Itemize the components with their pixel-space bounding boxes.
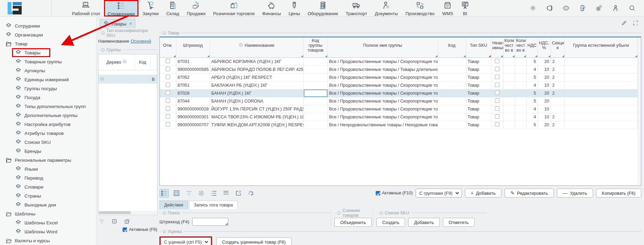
sidebar-item[interactable]: Группы посуды: [0, 84, 96, 93]
numlist-icon[interactable]: 123: [209, 189, 218, 198]
sidebar-item[interactable]: Типы дополнительных групп: [0, 102, 96, 111]
module-server[interactable]: Оборудование: [304, 0, 342, 17]
filter-cell[interactable]: [551, 53, 564, 57]
sidebar-item[interactable]: Шаблоны: [0, 209, 96, 218]
filter-cell[interactable]: [491, 53, 503, 57]
column-header[interactable]: Группа естественной убыли: [564, 38, 638, 53]
module-bags[interactable]: Розничная торговля: [209, 0, 259, 17]
row-checkbox[interactable]: [166, 90, 170, 95]
plussq-icon[interactable]: [112, 219, 117, 224]
collapse-icon[interactable]: [101, 31, 105, 35]
filter-icon[interactable]: [184, 189, 194, 198]
column-header[interactable]: Штрихкод: [176, 38, 210, 53]
sidebar-item[interactable]: Выходные дни: [0, 200, 96, 209]
row-checkbox[interactable]: [166, 122, 170, 127]
table-row[interactable]: 9900000000028ЙОГУРТ 1.5% ПЕРСИК СТ (УЦЕН…: [160, 105, 638, 113]
active-f6-checkbox[interactable]: [123, 227, 127, 232]
module-list[interactable]: Справочники: [104, 0, 139, 17]
sidebar-item[interactable]: Языки: [0, 164, 96, 173]
module-piggy[interactable]: Финансы: [258, 0, 285, 17]
column-header[interactable]: НДС, %: [538, 38, 551, 53]
column-header[interactable]: Коли чест во в: [515, 38, 526, 53]
sidebar-item[interactable]: Товар: [0, 39, 96, 48]
groups-col-code[interactable]: Код: [135, 54, 150, 70]
inactive-checkbox[interactable]: [495, 67, 499, 71]
tab-product-log[interactable]: Запись лога товара: [189, 201, 238, 209]
collapse-icon[interactable]: [101, 48, 105, 52]
table-row[interactable]: 9900000000301МАССА ТВОР.23% С ИЗЮМОМ РБ …: [160, 113, 638, 121]
row-checkbox[interactable]: [166, 83, 170, 87]
sidebar-item[interactable]: Организации: [0, 30, 96, 39]
sidebar-item[interactable]: Шаблоны Word: [0, 227, 96, 236]
filter-cell[interactable]: [328, 53, 438, 57]
sidebar-item[interactable]: Товары: [0, 48, 96, 57]
row-checkbox[interactable]: [166, 114, 170, 119]
module-building[interactable]: Склад: [163, 0, 183, 17]
column-header[interactable]: Тип SKU: [466, 38, 491, 53]
sku-mark-button[interactable]: Отметить: [443, 218, 475, 227]
filter-cell[interactable]: [503, 53, 515, 57]
row-checkbox[interactable]: [166, 75, 170, 79]
sku-add-button[interactable]: Добавить: [408, 218, 439, 227]
app-logo[interactable]: [8, 1, 25, 15]
sidebar-item[interactable]: Региональные параметры: [0, 156, 96, 164]
tab-actions[interactable]: Действия: [159, 201, 188, 209]
module-pricetag[interactable]: $Цены: [285, 0, 304, 17]
active-f10-checkbox[interactable]: [376, 191, 380, 195]
sidebar-item[interactable]: Перевод: [0, 173, 96, 182]
groups-mode-select[interactable]: С группами (F9): [416, 189, 461, 198]
sidebar-item[interactable]: Атрибуты товаров: [0, 129, 96, 138]
collapse-icon[interactable]: [163, 230, 166, 233]
groups-col-tree[interactable]: Дерево: [98, 54, 135, 70]
table-row[interactable]: 9900000000585АБРИКОСЫ ЛОРАДО ПОЛОВ.В ЛЕГ…: [160, 65, 638, 73]
groups-hscrollbar[interactable]: [99, 211, 157, 214]
delete-button[interactable]: — Удалить: [557, 189, 593, 198]
sidebar-item[interactable]: Единицы измерений: [0, 75, 96, 84]
inactive-checkbox[interactable]: [495, 83, 499, 87]
tab-products[interactable]: Товары ×: [100, 19, 135, 28]
filter-cell[interactable]: [303, 53, 328, 57]
search-icon[interactable]: [629, 4, 636, 12]
edit-icon[interactable]: [621, 20, 627, 26]
sidebar-item[interactable]: Шаблоны Excel: [0, 218, 96, 227]
column-header[interactable]: Отм.: [160, 38, 176, 53]
sku-create-button[interactable]: Создать: [376, 218, 405, 227]
filter-cell[interactable]: [526, 53, 538, 57]
sidebar-item[interactable]: Посуда: [0, 93, 96, 102]
copy-button[interactable]: Копировать (F6): [596, 189, 641, 198]
export-icon[interactable]: [234, 189, 243, 198]
table-row[interactable]: 87031АБРИКОС КОРЗИНКА (УЦЕН.) 1КГВсе / П…: [160, 57, 638, 65]
inactive-checkbox[interactable]: [495, 98, 499, 103]
filter-cell[interactable]: [564, 53, 638, 57]
filter-cell[interactable]: [466, 53, 491, 57]
inactive-checkbox[interactable]: [495, 75, 499, 79]
phonechat-icon[interactable]: [579, 4, 586, 12]
module-persglobe[interactable]: Документы: [371, 0, 402, 17]
expand-node-icon[interactable]: [100, 77, 104, 82]
gear-icon[interactable]: [197, 189, 206, 198]
module-truck[interactable]: Транспорт: [342, 0, 371, 17]
inactive-checkbox[interactable]: [495, 59, 499, 63]
listadd-icon[interactable]: [221, 189, 231, 198]
expand-icon[interactable]: [633, 20, 638, 26]
sidebar-item[interactable]: Списки SKU: [0, 138, 96, 147]
row-checkbox[interactable]: [166, 67, 170, 71]
module-wmsbox[interactable]: WMS: [438, 0, 457, 17]
viewlist-icon[interactable]: [159, 189, 169, 198]
flag-icon[interactable]: [546, 4, 553, 12]
add-button[interactable]: + Добавить: [465, 189, 502, 198]
filter-cell[interactable]: [210, 53, 303, 57]
sidebar-item[interactable]: Бренды: [0, 147, 96, 156]
classifier-name-link[interactable]: Основной: [131, 39, 151, 44]
module-handcoins[interactable]: Продажи: [183, 0, 209, 17]
row-checkbox[interactable]: [166, 106, 170, 111]
sidebar-item[interactable]: Артикулы: [0, 66, 96, 75]
groups-root-row[interactable]: В: [98, 75, 157, 84]
module-prodsq[interactable]: Производство: [402, 0, 438, 17]
merge-button[interactable]: Объединить: [334, 218, 372, 227]
inactive-checkbox[interactable]: [495, 90, 499, 95]
column-header[interactable]: Коли чест во в: [503, 38, 515, 53]
module-desktop[interactable]: Рабочий стол: [68, 0, 104, 17]
column-header[interactable]: Секци я: [551, 38, 564, 53]
sidebar-item[interactable]: Сотрудники: [0, 21, 96, 30]
